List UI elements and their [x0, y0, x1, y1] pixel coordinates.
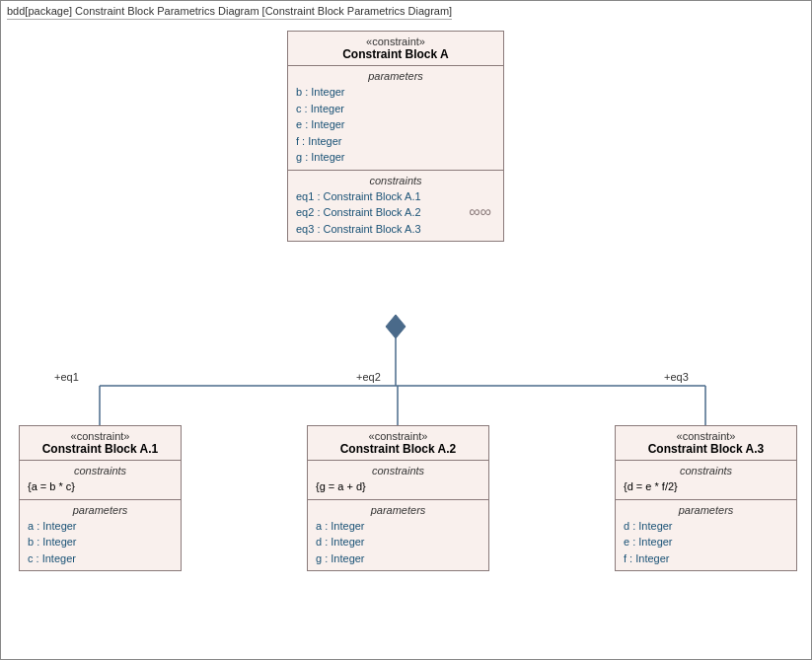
main-block-constraints-section: constraints eq1 : Constraint Block A.1 e… — [288, 170, 503, 242]
diagram-title: bdd[package] Constraint Block Parametric… — [7, 5, 452, 20]
block-a2-param-a: a : Integer — [316, 518, 480, 535]
block-a2-constraints-title: constraints — [316, 465, 480, 477]
constraint-eq1: eq1 : Constraint Block A.1 — [296, 188, 469, 205]
block-a2-param-d: d : Integer — [316, 534, 480, 550]
block-a1-params-section: parameters a : Integer b : Integer c : I… — [20, 499, 181, 571]
block-a3: «constraint» Constraint Block A.3 constr… — [615, 425, 797, 571]
block-a3-constraints-section: constraints {d = e * f/2} — [616, 460, 796, 499]
block-a1-param-b: b : Integer — [28, 534, 173, 550]
block-a1-param-a: a : Integer — [28, 518, 173, 535]
param-e: e : Integer — [296, 116, 495, 133]
block-a3-constraint: {d = e * f/2} — [624, 478, 788, 495]
param-c: c : Integer — [296, 101, 495, 117]
block-a1-params-title: parameters — [28, 504, 173, 516]
block-a3-param-f: f : Integer — [624, 550, 788, 567]
infinity-icon: ∞∞ — [469, 203, 495, 221]
block-a3-param-d: d : Integer — [624, 518, 788, 535]
label-eq3: +eq3 — [664, 371, 689, 383]
block-a2-params-title: parameters — [316, 504, 480, 516]
main-block-stereotype: «constraint» — [288, 32, 503, 47]
param-f: f : Integer — [296, 133, 495, 150]
main-block: «constraint» Constraint Block A paramete… — [287, 31, 504, 242]
block-a3-params-title: parameters — [624, 504, 788, 516]
constraint-eq3: eq3 : Constraint Block A.3 — [296, 221, 469, 238]
main-block-name: Constraint Block A — [288, 47, 503, 65]
block-a2-params-section: parameters a : Integer d : Integer g : I… — [308, 499, 488, 571]
block-a1-name: Constraint Block A.1 — [20, 442, 181, 460]
block-a2-constraint: {g = a + d} — [316, 478, 480, 495]
label-eq1: +eq1 — [54, 371, 79, 383]
block-a2-name: Constraint Block A.2 — [308, 442, 488, 460]
block-a1-constraint: {a = b * c} — [28, 478, 173, 495]
block-a3-constraints-title: constraints — [624, 465, 788, 477]
composition-diamond — [386, 315, 406, 338]
main-block-params-title: parameters — [296, 70, 495, 82]
block-a3-stereotype: «constraint» — [616, 426, 796, 442]
block-a3-name: Constraint Block A.3 — [616, 442, 796, 460]
block-a1-constraints-title: constraints — [28, 465, 173, 477]
block-a1-stereotype: «constraint» — [20, 426, 181, 442]
main-block-constraints-title: constraints — [296, 175, 495, 186]
block-a2: «constraint» Constraint Block A.2 constr… — [307, 425, 489, 571]
label-eq2: +eq2 — [356, 371, 381, 383]
block-a2-stereotype: «constraint» — [308, 426, 488, 442]
block-a1-constraints-section: constraints {a = b * c} — [20, 460, 181, 499]
param-g: g : Integer — [296, 149, 495, 166]
diagram-container: bdd[package] Constraint Block Parametric… — [0, 0, 812, 660]
block-a1-param-c: c : Integer — [28, 550, 173, 567]
block-a3-params-section: parameters d : Integer e : Integer f : I… — [616, 499, 796, 571]
param-b: b : Integer — [296, 84, 495, 101]
block-a2-param-g: g : Integer — [316, 550, 480, 567]
block-a1: «constraint» Constraint Block A.1 constr… — [19, 425, 182, 571]
constraint-eq2: eq2 : Constraint Block A.2 — [296, 204, 469, 221]
block-a2-constraints-section: constraints {g = a + d} — [308, 460, 488, 499]
main-block-params-section: parameters b : Integer c : Integer e : I… — [288, 65, 503, 170]
block-a3-param-e: e : Integer — [624, 534, 788, 550]
